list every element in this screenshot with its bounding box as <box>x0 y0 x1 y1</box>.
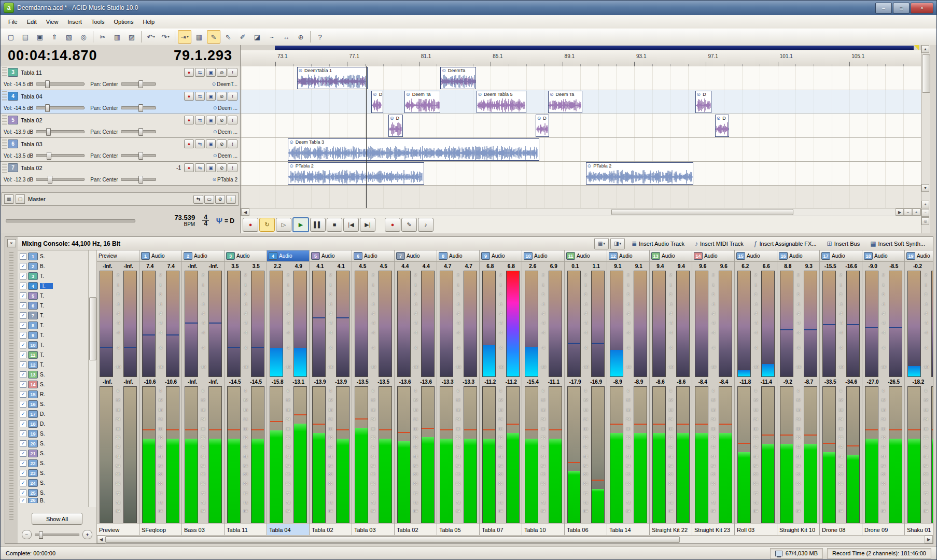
track-lane[interactable]: ⊙PTabla 2⊙PTabla 2 <box>241 162 921 186</box>
channel-visible-checkbox[interactable]: ✓ <box>20 450 26 457</box>
channel-visible-checkbox[interactable]: ✓ <box>20 332 26 339</box>
master-mute-button[interactable]: ⊘ <box>215 195 225 204</box>
track-name[interactable]: Tabla 02 <box>21 165 43 171</box>
channel-name[interactable]: Tabla 07 <box>480 524 522 535</box>
channel-fader-meter[interactable]: 210-1-2-3-4-6-10 <box>480 270 522 377</box>
channel-visible-checkbox[interactable]: ✓ <box>20 401 26 408</box>
channel-strip-header[interactable]: 19Audio <box>905 250 933 262</box>
record-button[interactable]: ● <box>243 218 258 232</box>
title-bar[interactable]: a Deemdanna.acd * - ACID Music Studio 10… <box>1 1 936 15</box>
master-track-header[interactable]: ▦ ▢ Master ⇆▭⊘! <box>2 192 239 206</box>
go-to-end-button[interactable]: ▶| <box>360 218 375 232</box>
menu-edit[interactable]: Edit <box>22 17 41 27</box>
channel-list-item[interactable]: ✓18D. <box>18 419 89 429</box>
mixer-channel-strip[interactable]: 17Audio-15.5-16.6210-1-2-3-4-6-10-33.5-3… <box>820 250 862 535</box>
channel-visible-checkbox[interactable]: ✓ <box>20 292 26 299</box>
audio-event[interactable]: ⊙PTabla 2 <box>288 162 424 185</box>
channel-strip-header[interactable]: 3Audio <box>225 250 267 262</box>
channel-output-meter[interactable]: 612182430364248546066727884 <box>820 386 862 524</box>
console-drag-handle[interactable] <box>9 250 13 520</box>
console-close-button[interactable]: × <box>7 239 16 247</box>
pan-slider[interactable] <box>121 106 156 109</box>
channel-visible-checkbox[interactable]: ✓ <box>20 430 26 437</box>
channel-fader-meter[interactable]: 210-1-2-3-4-6-10 <box>607 270 649 377</box>
mixer-channel-strip[interactable]: Preview-Inf.-Inf.210-1-2-3-4-6-10-Inf.-I… <box>97 250 139 535</box>
channel-name[interactable]: Straight Kit 10 <box>777 524 819 535</box>
insert-assignable-fx-button[interactable]: ƒInsert Assignable FX... <box>750 238 820 249</box>
freeze-button[interactable]: ▣ <box>206 163 216 172</box>
channel-strip-header[interactable]: 18Audio <box>862 250 904 262</box>
channel-fader-meter[interactable]: 210-1-2-3-4-6-10 <box>352 270 394 377</box>
channel-list-item[interactable]: ✓19S. <box>18 429 89 439</box>
channel-output-meter[interactable]: 612182430364248546066727884 <box>139 386 181 524</box>
stop-button[interactable]: ■ <box>327 218 342 232</box>
play-button[interactable]: ▶ <box>292 217 309 232</box>
channel-list-item[interactable]: ✓23S. <box>18 468 89 478</box>
track-name[interactable]: Tabla 03 <box>21 141 43 147</box>
selection-tool-button[interactable]: ⇖ <box>221 30 235 44</box>
track-name[interactable]: Tabla 04 <box>21 93 43 100</box>
pan-slider[interactable] <box>121 130 156 133</box>
channel-strip-header[interactable]: 9Audio <box>480 250 522 262</box>
timeline-empty-area[interactable] <box>241 186 921 208</box>
zoom-tool-button[interactable]: ◎ <box>921 217 929 225</box>
mixer-channel-strip[interactable]: 2Audio-Inf.-Inf.210-1-2-3-4-6-10-Inf.-In… <box>182 250 225 535</box>
channel-strip-header[interactable]: 14Audio <box>692 250 734 262</box>
channel-name[interactable]: Tabla 06 <box>565 524 607 535</box>
loop-region-bar[interactable] <box>241 45 921 50</box>
volume-slider[interactable] <box>36 106 85 109</box>
mixer-channel-strip[interactable]: 5Audio4.14.1210-1-2-3-4-6-10-13.9-13.961… <box>310 250 352 535</box>
close-button[interactable]: × <box>911 3 933 13</box>
show-all-button[interactable]: Show All <box>32 513 82 525</box>
channel-output-meter[interactable]: 612182430364248546066727884 <box>522 386 564 524</box>
loop-end-marker[interactable] <box>914 45 919 50</box>
channel-name[interactable]: Tabla 02 <box>395 524 437 535</box>
channel-list-item[interactable]: ✓7T. <box>18 311 89 320</box>
channel-output-meter[interactable]: 612182430364248546066727884 <box>607 386 649 524</box>
redo-button[interactable]: ↷▾ <box>159 30 172 44</box>
track-lanes[interactable]: ⊙DeemTabla 1⊙DeemTa⊙D⊙Deem Ta⊙Deem Tabla… <box>241 66 921 186</box>
channel-name[interactable]: Tabla 05 <box>437 524 479 535</box>
solo-button[interactable]: ! <box>228 92 237 101</box>
channel-list-item[interactable]: ✓1S. <box>18 251 89 261</box>
channel-fader-meter[interactable]: 210-1-2-3-4-6-10 <box>395 270 437 377</box>
scrub-tool-button[interactable]: ✎ <box>401 218 417 232</box>
track-zoom-slider[interactable] <box>6 219 135 222</box>
console-scroll-right[interactable]: ▶ <box>925 536 933 543</box>
publish-button[interactable]: ⇑ <box>48 30 61 44</box>
pan-slider[interactable] <box>121 154 156 157</box>
channel-name[interactable]: Tabla 04 <box>267 524 309 535</box>
erase-tool-button[interactable]: ◪ <box>250 30 264 44</box>
mixer-channel-strip[interactable]: 19Audio-0.2210-1-2-3-4-6-10-18.261218243… <box>905 250 933 535</box>
channel-strip-header[interactable]: 11Audio <box>565 250 607 262</box>
channel-list-item[interactable]: ✓16S. <box>18 399 89 409</box>
solo-button[interactable]: ! <box>228 163 237 172</box>
paste-button[interactable]: ▨ <box>125 30 138 44</box>
track-lane[interactable]: ⊙DeemTabla 1⊙DeemTa <box>241 66 921 90</box>
channel-fader-meter[interactable]: 210-1-2-3-4-6-10 <box>310 270 352 377</box>
track-lane[interactable]: ⊙D⊙D⊙D <box>241 114 921 138</box>
channel-list-item[interactable]: ✓22S. <box>18 458 89 468</box>
channel-visible-checkbox[interactable]: ✓ <box>20 352 26 358</box>
channel-output-meter[interactable]: 612182430364248546066727884 <box>650 386 692 524</box>
tempo-block[interactable]: 73.539 BPM <box>174 214 195 228</box>
channel-name[interactable]: Tabla 14 <box>607 524 649 535</box>
channel-fader-meter[interactable]: 210-1-2-3-4-6-10 <box>692 270 734 377</box>
track-header[interactable]: 7Tabla 02-1●⇆▣⊘!Vol: -12.3 dBPan: Center… <box>1 162 240 186</box>
freeze-button[interactable]: ▣ <box>206 139 216 148</box>
console-hscroll-thumb[interactable] <box>105 536 680 543</box>
draw-tool-button[interactable]: ✎ <box>207 30 220 44</box>
track-fx-button[interactable]: ⇆ <box>195 92 205 101</box>
paint-tool-button[interactable]: ✐ <box>236 30 249 44</box>
menu-help[interactable]: Help <box>138 17 159 27</box>
channel-list-item[interactable]: ✓20S. <box>18 439 89 449</box>
audio-event[interactable]: ⊙D <box>371 91 383 113</box>
timeline-vscrollbar[interactable]: ▲ ▼ + − ◎ <box>921 45 930 233</box>
channel-name[interactable]: Tabla 11 <box>225 524 267 535</box>
record-arm-button[interactable]: ● <box>184 68 194 77</box>
channel-list-item[interactable]: ✓26B. <box>18 498 89 503</box>
mixer-channel-strip[interactable]: 15Audio6.26.6210-1-2-3-4-6-10-11.8-11.46… <box>735 250 777 535</box>
menu-view[interactable]: View <box>41 17 63 27</box>
channel-strip-header[interactable]: 2Audio <box>182 250 224 262</box>
freeze-button[interactable]: ▣ <box>206 116 216 124</box>
